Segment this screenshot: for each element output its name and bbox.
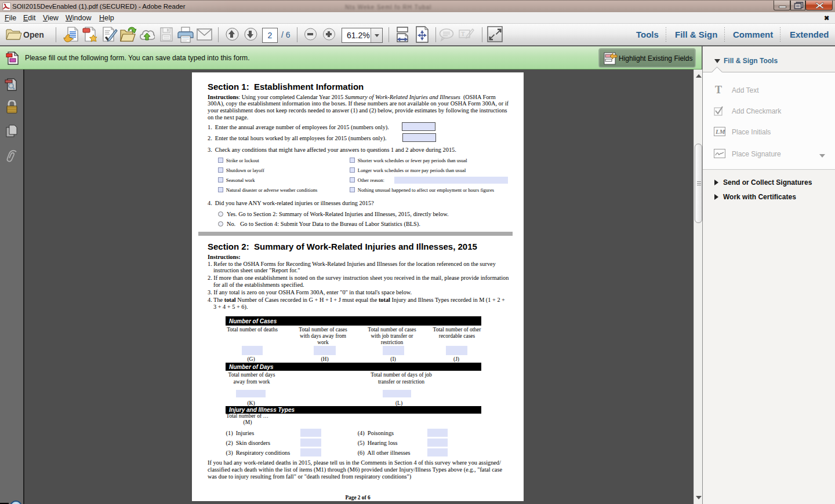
svg-text:LM: LM (715, 128, 725, 135)
svg-text:T: T (461, 30, 465, 37)
svg-text:T: T (715, 85, 722, 94)
